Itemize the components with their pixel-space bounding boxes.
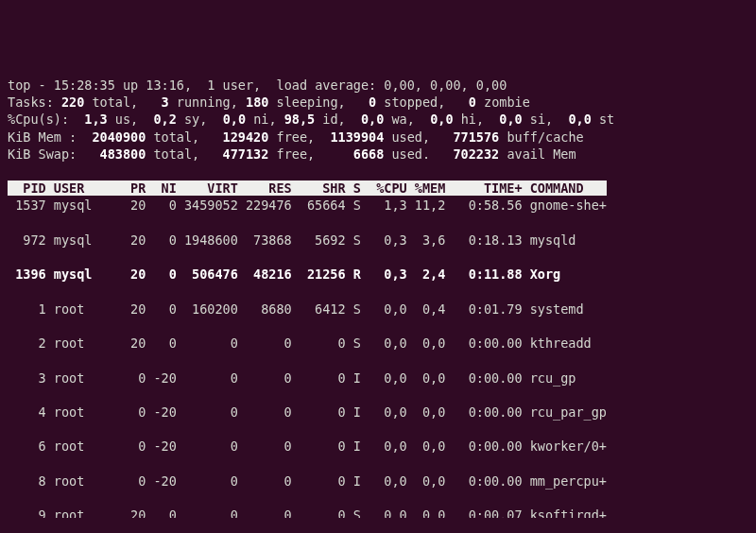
summary-line-mem: KiB Mem : 2040900 total, 129420 free, 11… bbox=[8, 129, 584, 145]
process-row: 2 root 20 0 0 0 0 S 0,0 0,0 0:00.00 kthr… bbox=[8, 335, 733, 352]
process-row: 3 root 0 -20 0 0 0 I 0,0 0,0 0:00.00 rcu… bbox=[8, 370, 733, 387]
summary-line-cpu: %Cpu(s): 1,3 us, 0,2 sy, 0,0 ni, 98,5 id… bbox=[8, 112, 614, 127]
process-row: 4 root 0 -20 0 0 0 I 0,0 0,0 0:00.00 rcu… bbox=[8, 404, 733, 421]
process-row: 8 root 0 -20 0 0 0 I 0,0 0,0 0:00.00 mm_… bbox=[8, 473, 733, 490]
process-row: 1396 mysql 20 0 506476 48216 21256 R 0,3… bbox=[8, 266, 733, 283]
process-table-header: PID USER PR NI VIRT RES SHR S %CPU %MEM … bbox=[8, 181, 607, 196]
process-row: 6 root 0 -20 0 0 0 I 0,0 0,0 0:00.00 kwo… bbox=[8, 438, 733, 455]
process-row: 1 root 20 0 160200 8680 6412 S 0,0 0,4 0… bbox=[8, 301, 733, 318]
summary-line-swap: KiB Swap: 483800 total, 477132 free, 666… bbox=[8, 146, 576, 162]
summary-line-tasks: Tasks: 220 total, 3 running, 180 sleepin… bbox=[8, 95, 530, 110]
process-row: 1537 mysql 20 0 3459052 229476 65664 S 1… bbox=[8, 197, 733, 214]
process-row: 972 mysql 20 0 1948600 73868 5692 S 0,3 … bbox=[8, 232, 733, 249]
process-row: 9 root 20 0 0 0 0 S 0,0 0,0 0:00.07 ksof… bbox=[8, 507, 733, 518]
terminal-top-output[interactable]: top - 15:28:35 up 13:16, 1 user, load av… bbox=[8, 77, 733, 518]
process-list: 1537 mysql 20 0 3459052 229476 65664 S 1… bbox=[8, 197, 733, 518]
summary-line-1: top - 15:28:35 up 13:16, 1 user, load av… bbox=[8, 77, 507, 93]
